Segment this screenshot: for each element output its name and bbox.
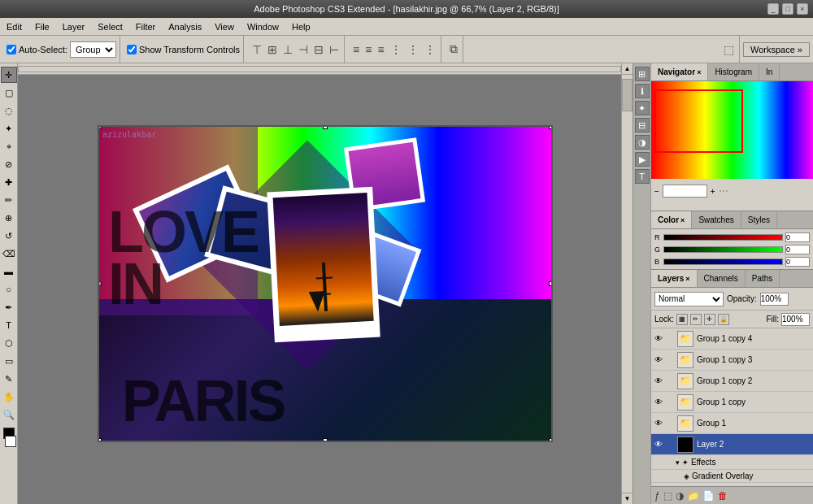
rtool-actions[interactable]: ▶ xyxy=(635,152,650,167)
dist-vcenter-icon[interactable]: ≡ xyxy=(363,41,373,58)
lock-pixels-icon[interactable]: ✏ xyxy=(690,314,702,325)
text-tool[interactable]: T xyxy=(1,317,17,333)
align-right-icon[interactable]: ⊢ xyxy=(328,41,341,58)
fill-input[interactable] xyxy=(781,313,810,326)
menu-analysis[interactable]: Analysis xyxy=(162,20,208,33)
dist-hcenter-icon[interactable]: ⋮ xyxy=(406,41,420,58)
tab-styles[interactable]: Styles xyxy=(741,211,777,228)
dist-bottom-icon[interactable]: ≡ xyxy=(376,41,385,58)
lock-transparent-icon[interactable]: ▦ xyxy=(676,314,688,325)
tab-info[interactable]: In xyxy=(759,63,780,80)
blue-slider[interactable] xyxy=(663,259,783,265)
tab-layers[interactable]: Layers × xyxy=(651,270,698,287)
zoom-input[interactable]: 66.67% xyxy=(663,185,707,198)
tab-color[interactable]: Color × xyxy=(651,211,692,228)
canvas-area[interactable]: LOVEIN PARIS azizulakbar ✛→ ▲ ▼ xyxy=(18,63,633,504)
handle-bm[interactable] xyxy=(323,438,328,442)
rtool-navigator[interactable]: ⊞ xyxy=(635,67,650,81)
green-value[interactable] xyxy=(785,245,810,254)
arrange-icon[interactable]: ⧉ xyxy=(448,41,459,58)
clone-tool[interactable]: ⊕ xyxy=(1,210,17,226)
lasso-tool[interactable]: ◌ xyxy=(1,102,17,119)
layer-row-group1copy[interactable]: 👁 📁 Group 1 copy xyxy=(651,392,813,413)
canvas[interactable]: LOVEIN PARIS azizulakbar xyxy=(98,125,553,442)
eye-group1copy3[interactable]: 👁 xyxy=(653,354,664,366)
menu-view[interactable]: View xyxy=(208,20,241,33)
eye-layer2[interactable]: 👁 xyxy=(653,439,664,450)
navigator-selection-box[interactable] xyxy=(654,89,743,153)
vscrollbar[interactable]: ▲ ▼ xyxy=(621,63,633,504)
effects-arrow[interactable]: ▾ xyxy=(676,458,680,467)
opacity-input[interactable] xyxy=(760,293,789,306)
handle-bl[interactable] xyxy=(98,438,102,442)
eraser-tool[interactable]: ⌫ xyxy=(1,245,17,262)
autoselect-dropdown[interactable]: Group Layer xyxy=(70,41,116,58)
green-slider[interactable] xyxy=(663,246,783,253)
menu-layer[interactable]: Layer xyxy=(56,20,92,33)
lock-all-icon[interactable]: 🔒 xyxy=(718,314,729,325)
navigator-options-icon[interactable]: ⋯ xyxy=(719,185,728,197)
blend-mode-select[interactable]: Normal Multiply Screen xyxy=(654,292,724,306)
heal-tool[interactable]: ✚ xyxy=(1,174,17,190)
blue-value[interactable] xyxy=(785,257,810,267)
dist-top-icon[interactable]: ≡ xyxy=(351,41,361,58)
dist-right-icon[interactable]: ⋮ xyxy=(423,41,437,58)
handle-br[interactable] xyxy=(549,438,553,442)
handle-tm[interactable] xyxy=(323,125,328,129)
layer-row-group1copy4[interactable]: 👁 📁 Group 1 copy 4 xyxy=(651,328,813,350)
menu-filter[interactable]: Filter xyxy=(129,20,162,33)
zoom-in-icon[interactable]: + xyxy=(711,187,715,196)
eye-group1copy2[interactable]: 👁 xyxy=(653,376,664,387)
close-button[interactable]: × xyxy=(797,3,808,15)
align-bottom-icon[interactable]: ⊥ xyxy=(281,41,294,58)
show-transform-checkbox[interactable] xyxy=(127,45,137,54)
align-top-icon[interactable]: ⊤ xyxy=(250,41,263,58)
rtool-tool-preset[interactable]: T xyxy=(635,169,650,184)
brush-tool[interactable]: ✏ xyxy=(1,192,17,208)
handle-tr[interactable] xyxy=(549,125,553,129)
tab-navigator[interactable]: Navigator × xyxy=(651,63,708,80)
canvas-icon[interactable]: ⬚ xyxy=(722,41,736,58)
eye-group1copy[interactable]: 👁 xyxy=(653,397,664,408)
new-group-button[interactable]: 📁 xyxy=(687,490,699,502)
eye-group1copy4[interactable]: 👁 xyxy=(653,333,664,345)
layer-row-group1[interactable]: 👁 📁 Group 1 xyxy=(651,413,813,434)
layer-row-group1copy3[interactable]: 👁 📁 Group 1 copy 3 xyxy=(651,350,813,371)
handle-mr[interactable] xyxy=(549,281,553,286)
align-hcenter-icon[interactable]: ⊟ xyxy=(312,41,325,58)
scroll-track[interactable] xyxy=(622,75,633,493)
crop-tool[interactable]: ⌖ xyxy=(1,138,17,154)
notes-tool[interactable]: ✎ xyxy=(1,371,17,387)
close-navigator-tab[interactable]: × xyxy=(697,68,701,76)
new-layer-button[interactable]: 📄 xyxy=(702,490,715,502)
scroll-up-button[interactable]: ▲ xyxy=(622,63,633,75)
red-slider[interactable] xyxy=(663,234,783,241)
new-adjustment-button[interactable]: ◑ xyxy=(676,490,684,502)
shape-tool[interactable]: ▭ xyxy=(1,353,17,369)
scroll-thumb[interactable] xyxy=(622,79,633,111)
eye-group1[interactable]: 👁 xyxy=(653,418,664,429)
close-layers-tab[interactable]: × xyxy=(685,275,689,283)
history-tool[interactable]: ↺ xyxy=(1,228,17,244)
window-controls[interactable]: _ □ × xyxy=(767,3,808,15)
tab-paths[interactable]: Paths xyxy=(746,270,780,287)
menu-edit[interactable]: Edit xyxy=(0,20,28,33)
delete-layer-button[interactable]: 🗑 xyxy=(718,490,728,502)
maximize-button[interactable]: □ xyxy=(782,3,793,15)
background-color[interactable] xyxy=(5,436,16,447)
pen-tool[interactable]: ✒ xyxy=(1,299,17,315)
add-style-button[interactable]: ƒ xyxy=(654,490,660,502)
zoom-out-icon[interactable]: − xyxy=(654,187,659,196)
menu-select[interactable]: Select xyxy=(91,20,129,33)
dodge-tool[interactable]: ○ xyxy=(1,281,17,298)
dist-left-icon[interactable]: ⋮ xyxy=(389,41,403,58)
minimize-button[interactable]: _ xyxy=(767,3,779,15)
add-mask-button[interactable]: ⬚ xyxy=(663,490,672,502)
lock-position-icon[interactable]: ✛ xyxy=(704,314,715,325)
move-tool[interactable]: ✛ xyxy=(1,67,17,83)
magic-wand-tool[interactable]: ✦ xyxy=(1,120,17,137)
hscrollbar[interactable] xyxy=(18,66,621,72)
scroll-down-button[interactable]: ▼ xyxy=(622,493,633,504)
eyedropper-tool[interactable]: ⊘ xyxy=(1,156,17,172)
rtool-info[interactable]: ℹ xyxy=(635,84,650,98)
